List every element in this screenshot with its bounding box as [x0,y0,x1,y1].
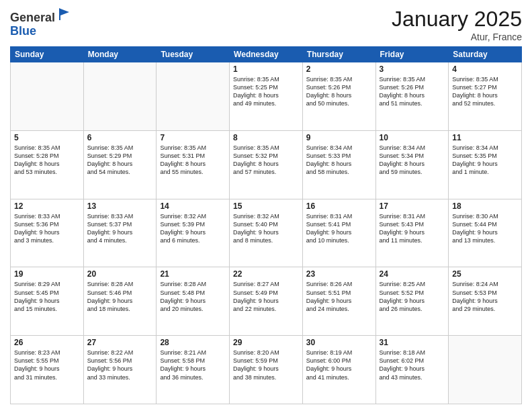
cell-content: Sunrise: 8:20 AM Sunset: 5:59 PM Dayligh… [233,349,299,381]
cell-content: Sunrise: 8:22 AM Sunset: 5:56 PM Dayligh… [87,349,153,381]
calendar-cell: 7Sunrise: 8:35 AM Sunset: 5:31 PM Daylig… [157,130,230,199]
day-number: 7 [160,133,226,142]
day-number: 26 [14,338,80,347]
cell-content: Sunrise: 8:35 AM Sunset: 5:27 PM Dayligh… [452,75,518,108]
day-number: 14 [160,201,226,211]
day-header-tuesday: Tuesday [157,47,230,62]
calendar-cell: 20Sunrise: 8:28 AM Sunset: 5:46 PM Dayli… [83,267,157,336]
cell-content: Sunrise: 8:32 AM Sunset: 5:39 PM Dayligh… [160,212,226,245]
cell-content: Sunrise: 8:19 AM Sunset: 6:00 PM Dayligh… [306,349,372,381]
calendar-cell: 3Sunrise: 8:35 AM Sunset: 5:26 PM Daylig… [375,62,449,131]
cell-content: Sunrise: 8:34 AM Sunset: 5:35 PM Dayligh… [452,144,518,177]
day-number: 25 [452,269,518,279]
logo: General Blue [10,7,72,38]
calendar-cell: 19Sunrise: 8:29 AM Sunset: 5:45 PM Dayli… [11,267,84,336]
calendar-cell [11,62,84,131]
calendar-cell [83,62,157,131]
calendar-cell: 24Sunrise: 8:25 AM Sunset: 5:52 PM Dayli… [375,267,449,336]
cell-content: Sunrise: 8:34 AM Sunset: 5:33 PM Dayligh… [306,144,372,177]
calendar-cell: 21Sunrise: 8:28 AM Sunset: 5:48 PM Dayli… [157,267,230,336]
day-number: 23 [306,269,372,279]
day-number: 27 [87,338,153,347]
calendar-cell: 23Sunrise: 8:26 AM Sunset: 5:51 PM Dayli… [302,267,375,336]
cell-content: Sunrise: 8:35 AM Sunset: 5:25 PM Dayligh… [233,75,299,108]
day-header-friday: Friday [375,47,449,62]
calendar-cell: 26Sunrise: 8:23 AM Sunset: 5:55 PM Dayli… [11,336,84,404]
calendar-table: SundayMondayTuesdayWednesdayThursdayFrid… [10,46,522,404]
day-header-thursday: Thursday [302,47,375,62]
cell-content: Sunrise: 8:32 AM Sunset: 5:40 PM Dayligh… [233,212,299,245]
calendar-cell: 8Sunrise: 8:35 AM Sunset: 5:32 PM Daylig… [230,130,303,199]
cell-content: Sunrise: 8:31 AM Sunset: 5:43 PM Dayligh… [380,212,445,245]
week-row-4: 19Sunrise: 8:29 AM Sunset: 5:45 PM Dayli… [11,267,522,336]
cell-content: Sunrise: 8:24 AM Sunset: 5:53 PM Dayligh… [452,280,518,313]
logo-blue: Blue [10,24,36,38]
day-number: 8 [233,133,299,142]
day-number: 2 [306,64,372,74]
calendar-cell: 18Sunrise: 8:30 AM Sunset: 5:44 PM Dayli… [449,199,522,267]
svg-marker-0 [59,8,69,20]
day-number: 10 [380,133,445,142]
cell-content: Sunrise: 8:34 AM Sunset: 5:34 PM Dayligh… [380,144,445,177]
calendar-cell: 9Sunrise: 8:34 AM Sunset: 5:33 PM Daylig… [302,130,375,199]
calendar-cell: 27Sunrise: 8:22 AM Sunset: 5:56 PM Dayli… [83,336,157,404]
day-number: 4 [452,64,518,74]
day-header-sunday: Sunday [11,47,84,62]
cell-content: Sunrise: 8:30 AM Sunset: 5:44 PM Dayligh… [452,212,518,245]
header: General Blue January 2025 Atur, France [10,7,522,42]
day-number: 19 [14,269,80,279]
cell-content: Sunrise: 8:35 AM Sunset: 5:28 PM Dayligh… [14,144,80,177]
calendar-cell: 2Sunrise: 8:35 AM Sunset: 5:26 PM Daylig… [302,62,375,131]
day-number: 21 [160,269,226,279]
cell-content: Sunrise: 8:35 AM Sunset: 5:31 PM Dayligh… [160,144,226,177]
logo-text: General Blue [10,7,72,38]
day-number: 18 [452,201,518,211]
cell-content: Sunrise: 8:28 AM Sunset: 5:46 PM Dayligh… [87,280,153,313]
cell-content: Sunrise: 8:25 AM Sunset: 5:52 PM Dayligh… [380,280,445,313]
day-number: 29 [233,338,299,347]
day-number: 5 [14,133,80,142]
day-number: 28 [160,338,226,347]
calendar-cell: 4Sunrise: 8:35 AM Sunset: 5:27 PM Daylig… [449,62,522,131]
cell-content: Sunrise: 8:29 AM Sunset: 5:45 PM Dayligh… [14,280,80,313]
title-area: January 2025 Atur, France [392,7,522,42]
calendar-cell [157,62,230,131]
page: General Blue January 2025 Atur, France S… [0,0,532,411]
day-number: 12 [14,201,80,211]
calendar-cell [449,336,522,404]
day-number: 16 [306,201,372,211]
cell-content: Sunrise: 8:35 AM Sunset: 5:26 PM Dayligh… [380,75,445,108]
month-title: January 2025 [392,7,522,32]
week-row-1: 1Sunrise: 8:35 AM Sunset: 5:25 PM Daylig… [11,62,522,131]
cell-content: Sunrise: 8:33 AM Sunset: 5:37 PM Dayligh… [87,212,153,245]
calendar-cell: 6Sunrise: 8:35 AM Sunset: 5:29 PM Daylig… [83,130,157,199]
week-row-5: 26Sunrise: 8:23 AM Sunset: 5:55 PM Dayli… [11,336,522,404]
day-number: 11 [452,133,518,142]
cell-content: Sunrise: 8:31 AM Sunset: 5:41 PM Dayligh… [306,212,372,245]
cell-content: Sunrise: 8:33 AM Sunset: 5:36 PM Dayligh… [14,212,80,245]
day-number: 17 [380,201,445,211]
day-number: 20 [87,269,153,279]
cell-content: Sunrise: 8:18 AM Sunset: 6:02 PM Dayligh… [380,349,445,381]
cell-content: Sunrise: 8:35 AM Sunset: 5:29 PM Dayligh… [87,144,153,177]
day-number: 9 [306,133,372,142]
calendar-cell: 13Sunrise: 8:33 AM Sunset: 5:37 PM Dayli… [83,199,157,267]
calendar-cell: 30Sunrise: 8:19 AM Sunset: 6:00 PM Dayli… [302,336,375,404]
logo-flag-icon [57,7,72,21]
day-number: 15 [233,201,299,211]
day-header-saturday: Saturday [449,47,522,62]
cell-content: Sunrise: 8:27 AM Sunset: 5:49 PM Dayligh… [233,280,299,313]
calendar-cell: 25Sunrise: 8:24 AM Sunset: 5:53 PM Dayli… [449,267,522,336]
day-number: 3 [380,64,445,74]
day-number: 24 [380,269,445,279]
calendar-cell: 16Sunrise: 8:31 AM Sunset: 5:41 PM Dayli… [302,199,375,267]
calendar-cell: 11Sunrise: 8:34 AM Sunset: 5:35 PM Dayli… [449,130,522,199]
week-row-2: 5Sunrise: 8:35 AM Sunset: 5:28 PM Daylig… [11,130,522,199]
day-number: 13 [87,201,153,211]
calendar-cell: 17Sunrise: 8:31 AM Sunset: 5:43 PM Dayli… [375,199,449,267]
calendar-cell: 28Sunrise: 8:21 AM Sunset: 5:58 PM Dayli… [157,336,230,404]
week-row-3: 12Sunrise: 8:33 AM Sunset: 5:36 PM Dayli… [11,199,522,267]
location: Atur, France [392,32,522,42]
day-header-wednesday: Wednesday [230,47,303,62]
cell-content: Sunrise: 8:23 AM Sunset: 5:55 PM Dayligh… [14,349,80,381]
